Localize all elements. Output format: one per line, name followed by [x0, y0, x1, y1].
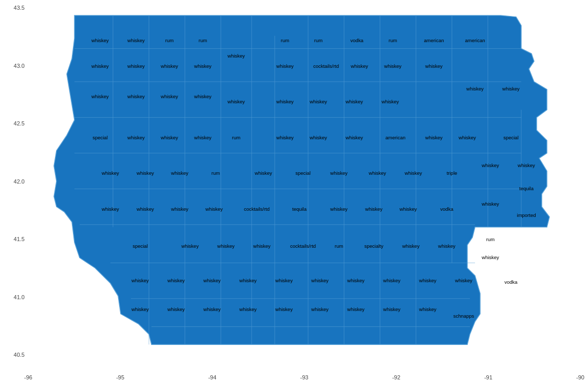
- y-axis-label: 43.5: [0, 5, 25, 11]
- x-axis-label: -93: [300, 374, 309, 380]
- map-area: whiskeywhiskeyrumrumrumrumvodkarumameric…: [28, 8, 580, 355]
- y-axis-label: 43.0: [0, 63, 25, 69]
- x-axis-label: -90: [576, 374, 584, 380]
- x-axis-label: -94: [208, 374, 216, 380]
- x-axis-label: -92: [392, 374, 401, 380]
- x-axis-label: -95: [116, 374, 124, 380]
- y-axis-label: 42.0: [0, 178, 25, 185]
- y-axis-label: 42.5: [0, 120, 25, 126]
- x-axis-label: -91: [484, 374, 492, 380]
- y-axis-label: 41.0: [0, 294, 25, 300]
- chart-container: whiskeywhiskeyrumrumrumrumvodkarumameric…: [0, 0, 588, 383]
- iowa-shape: [54, 15, 549, 344]
- x-axis-label: -96: [24, 374, 32, 380]
- county-label: vodka: [504, 279, 518, 285]
- county-label: whiskey: [481, 254, 499, 260]
- iowa-map: whiskeywhiskeyrumrumrumrumvodkarumameric…: [28, 8, 580, 355]
- y-axis-label: 40.5: [0, 352, 25, 358]
- county-label: rum: [486, 236, 495, 242]
- y-axis-label: 41.5: [0, 236, 25, 242]
